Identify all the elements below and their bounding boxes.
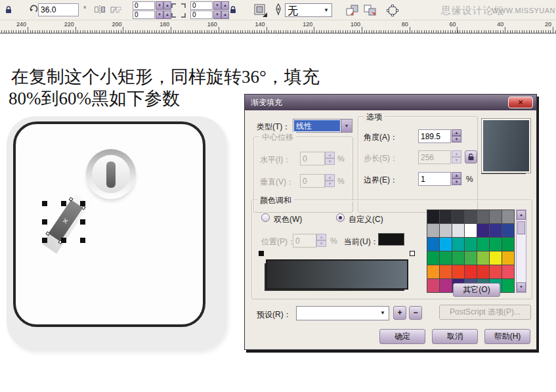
ruler[interactable]: 24022020018016014012010080604020 bbox=[0, 20, 556, 33]
angle-spinner[interactable]: ▲▼ bbox=[452, 129, 461, 142]
pos-x-input[interactable] bbox=[133, 1, 155, 10]
palette-swatch[interactable] bbox=[427, 224, 439, 237]
palette-swatch[interactable] bbox=[440, 251, 452, 265]
size-w-spinner[interactable]: ▼▲ bbox=[213, 1, 229, 10]
selection-handle[interactable] bbox=[42, 219, 47, 225]
palette-swatch[interactable] bbox=[490, 238, 502, 251]
close-icon[interactable]: × bbox=[508, 97, 533, 108]
palette-swatch[interactable] bbox=[427, 265, 439, 278]
spin-down-icon[interactable]: ▼ bbox=[452, 136, 461, 142]
palette-swatch[interactable] bbox=[490, 210, 502, 223]
edge-spinner[interactable]: ▲▼ bbox=[452, 172, 461, 185]
mirror-vertical-icon[interactable] bbox=[110, 5, 122, 18]
palette-swatch[interactable] bbox=[452, 210, 464, 223]
pos-y-input[interactable] bbox=[133, 11, 155, 19]
preset-add-button[interactable]: + bbox=[393, 306, 406, 320]
palette-swatch[interactable] bbox=[490, 265, 502, 278]
palette-swatch[interactable] bbox=[477, 238, 489, 251]
outline-width-select[interactable]: 无 ▼ bbox=[285, 3, 332, 17]
spin-down-icon[interactable]: ▼ bbox=[213, 11, 221, 19]
scroll-down-icon[interactable]: ▼ bbox=[517, 282, 526, 292]
palette-swatch[interactable] bbox=[465, 210, 477, 223]
palette-swatch[interactable] bbox=[440, 279, 452, 292]
spin-down-icon[interactable]: ▼ bbox=[452, 179, 461, 185]
gradient-start-marker[interactable] bbox=[259, 251, 264, 256]
spin-up-icon[interactable]: ▲ bbox=[452, 172, 461, 179]
scrollbar-thumb[interactable] bbox=[517, 221, 525, 234]
angle-input[interactable] bbox=[418, 129, 451, 143]
palette-swatch[interactable] bbox=[477, 251, 489, 265]
selection-handle[interactable] bbox=[61, 238, 66, 243]
palette-swatch[interactable] bbox=[502, 224, 514, 237]
outline-pen-icon[interactable] bbox=[274, 3, 283, 20]
selection-handle[interactable] bbox=[80, 238, 85, 243]
palette-swatch[interactable] bbox=[452, 238, 464, 251]
dialog-titlebar[interactable]: 渐变填充 bbox=[245, 95, 536, 110]
size-w-input[interactable] bbox=[190, 1, 213, 10]
gradient-strip[interactable] bbox=[266, 259, 408, 290]
palette-swatch[interactable] bbox=[465, 265, 477, 278]
palette-swatch[interactable] bbox=[452, 265, 464, 278]
selection-handle[interactable] bbox=[42, 238, 47, 243]
cancel-button[interactable]: 取消 bbox=[432, 329, 478, 344]
palette-swatch[interactable] bbox=[427, 238, 439, 251]
palette-swatch[interactable] bbox=[427, 210, 439, 223]
palette-swatch[interactable] bbox=[440, 265, 452, 278]
ok-button[interactable]: 确定 bbox=[379, 329, 425, 344]
spin-down-icon[interactable]: ▼ bbox=[156, 1, 163, 10]
palette-swatch[interactable] bbox=[502, 251, 514, 265]
lock-ratio-icon[interactable] bbox=[228, 5, 238, 17]
size-h-spinner[interactable]: ▼▲ bbox=[213, 11, 229, 19]
palette-swatch[interactable] bbox=[440, 210, 452, 223]
palette-swatch[interactable] bbox=[477, 224, 489, 237]
selection-handle[interactable] bbox=[61, 201, 66, 206]
type-select[interactable]: 线性 ▼ bbox=[293, 119, 353, 133]
other-color-button[interactable]: 其它(O) bbox=[453, 283, 500, 297]
palette-swatch[interactable] bbox=[477, 210, 489, 223]
to-front-icon[interactable] bbox=[345, 4, 360, 20]
selection-handle[interactable] bbox=[42, 201, 47, 206]
palette-swatch[interactable] bbox=[477, 265, 489, 278]
node-edit-circle-icon[interactable] bbox=[386, 4, 399, 20]
spin-down-icon[interactable]: ▼ bbox=[156, 11, 163, 19]
to-back-icon[interactable] bbox=[363, 4, 377, 20]
palette-swatch[interactable] bbox=[490, 251, 502, 265]
pos-x-spinner[interactable]: ▼▲ bbox=[156, 1, 171, 10]
scroll-up-icon[interactable]: ▲ bbox=[517, 210, 526, 220]
palette-swatch[interactable] bbox=[502, 238, 514, 251]
spin-up-icon[interactable]: ▲ bbox=[452, 129, 461, 136]
pos-y-spinner[interactable]: ▼▲ bbox=[156, 11, 171, 19]
gradient-end-marker[interactable] bbox=[410, 251, 415, 256]
size-h-input[interactable] bbox=[190, 11, 213, 19]
palette-swatch[interactable] bbox=[490, 224, 502, 237]
wrap-text-icon[interactable] bbox=[253, 3, 268, 20]
preset-select[interactable]: ▼ bbox=[296, 306, 389, 320]
edge-input[interactable] bbox=[418, 172, 451, 186]
palette-swatch[interactable] bbox=[465, 238, 477, 251]
lock-icon[interactable] bbox=[4, 5, 13, 17]
palette-scrollbar[interactable]: ▲ ▼ bbox=[516, 209, 526, 293]
palette-swatch[interactable] bbox=[502, 279, 514, 292]
palette-swatch[interactable] bbox=[427, 251, 439, 265]
palette-swatch[interactable] bbox=[440, 224, 452, 237]
help-button[interactable]: 帮助(H) bbox=[484, 329, 530, 344]
palette-swatch[interactable] bbox=[502, 265, 514, 278]
palette-swatch[interactable] bbox=[452, 251, 464, 265]
two-color-radio[interactable] bbox=[261, 213, 270, 222]
palette-swatch[interactable] bbox=[452, 224, 464, 237]
palette-swatch[interactable] bbox=[465, 251, 477, 265]
type-dropdown-arrow-icon[interactable]: ▼ bbox=[341, 120, 352, 132]
steps-lock-button[interactable] bbox=[465, 150, 477, 163]
selection-handle[interactable] bbox=[80, 219, 85, 225]
rotation-angle-input[interactable] bbox=[38, 3, 79, 16]
degree-symbol: ° bbox=[83, 5, 86, 12]
custom-radio[interactable] bbox=[336, 213, 345, 222]
spin-down-icon[interactable]: ▼ bbox=[213, 1, 221, 10]
palette-swatch[interactable] bbox=[440, 238, 452, 251]
mirror-horizontal-icon[interactable] bbox=[94, 5, 106, 18]
palette-swatch[interactable] bbox=[427, 279, 439, 292]
palette-swatch[interactable] bbox=[502, 210, 514, 223]
selection-handle[interactable] bbox=[80, 201, 85, 206]
preset-remove-button[interactable]: − bbox=[409, 306, 422, 320]
palette-swatch[interactable] bbox=[465, 224, 477, 237]
